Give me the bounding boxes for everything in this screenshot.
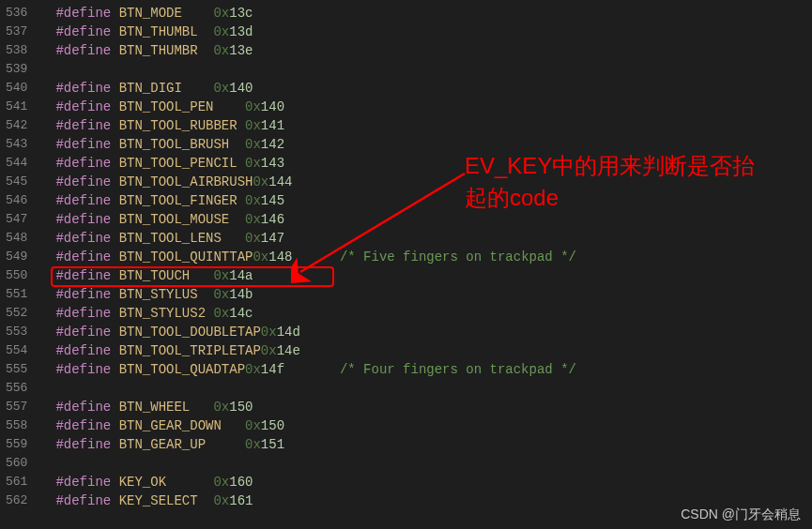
code-content[interactable]: #define BTN_MODE 0x13c#define BTN_THUMBL… [44,0,812,529]
code-line: #define BTN_STYLUS 0x14b [55,285,812,304]
code-line: #define BTN_THUMBL 0x13d [55,23,812,41]
line-number: 550 [6,266,27,285]
code-line [55,454,812,473]
line-number: 556 [6,379,27,398]
code-line: #define BTN_DIGI 0x140 [55,79,812,98]
code-line [55,60,812,79]
line-number: 557 [6,398,27,416]
line-number: 544 [6,154,27,173]
line-number: 546 [6,191,27,210]
line-number: 554 [6,341,27,360]
line-number: 537 [6,23,27,41]
code-line: #define BTN_TOUCH 0x14a [55,266,812,285]
code-line: #define BTN_TOOL_QUINTTAP0x148 /* Five f… [55,248,812,266]
annotation-text: EV_KEY中的用来判断是否抬 起的code [465,150,755,214]
code-line: #define BTN_TOOL_RUBBER 0x141 [55,116,812,135]
code-line: #define BTN_TOOL_PEN 0x140 [55,98,812,116]
line-number: 536 [6,4,27,23]
code-line: #define BTN_MODE 0x13c [55,4,812,23]
code-line: #define BTN_TOOL_DOUBLETAP0x14d [55,323,812,341]
code-editor: 5365375385395405415425435445455465475485… [0,0,812,529]
code-line: #define KEY_OK 0x160 [55,473,812,491]
line-number: 562 [6,491,27,510]
line-number: 541 [6,98,27,116]
line-number: 559 [6,435,27,454]
code-line: #define BTN_TOOL_LENS 0x147 [55,229,812,248]
line-number: 548 [6,229,27,248]
line-number: 543 [6,135,27,154]
line-number: 560 [6,454,27,473]
line-number: 545 [6,173,27,191]
line-number: 555 [6,360,27,379]
annotation-line1: EV_KEY中的用来判断是否抬 [465,150,755,182]
line-number: 558 [6,416,27,435]
line-number: 549 [6,248,27,266]
line-number: 561 [6,473,27,491]
code-line: #define BTN_TOOL_QUADTAP0x14f /* Four fi… [55,360,812,379]
line-number: 538 [6,41,27,60]
csdn-watermark: CSDN @门牙会稍息 [681,505,801,523]
line-number: 551 [6,285,27,304]
code-line: #define BTN_STYLUS2 0x14c [55,304,812,323]
code-line: #define BTN_GEAR_UP 0x151 [55,435,812,454]
line-number: 539 [6,60,27,79]
line-number-gutter: 5365375385395405415425435445455465475485… [0,0,44,529]
line-number: 552 [6,304,27,323]
code-line: #define BTN_THUMBR 0x13e [55,41,812,60]
code-line [55,379,812,398]
line-number: 553 [6,323,27,341]
code-line: #define BTN_WHEEL 0x150 [55,398,812,416]
code-line: #define BTN_TOOL_TRIPLETAP0x14e [55,341,812,360]
line-number: 542 [6,116,27,135]
code-line: #define BTN_GEAR_DOWN 0x150 [55,416,812,435]
annotation-line2: 起的code [465,182,755,214]
line-number: 540 [6,79,27,98]
line-number: 547 [6,210,27,229]
